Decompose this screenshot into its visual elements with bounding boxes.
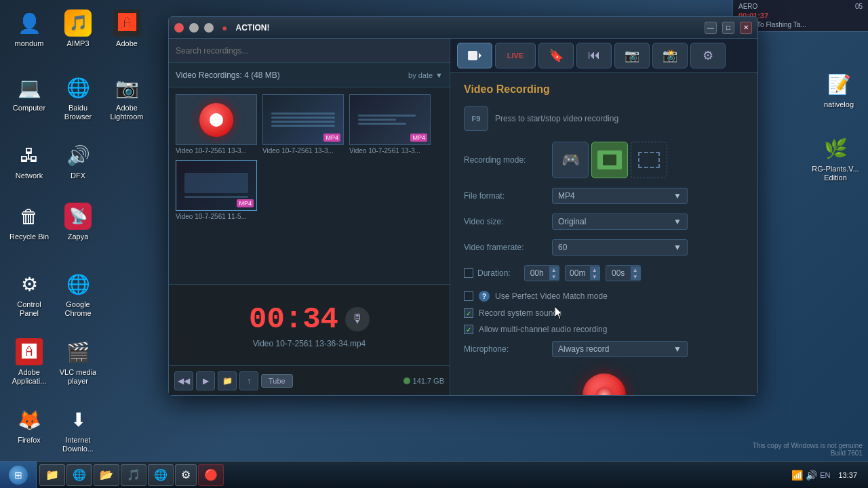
taskbar-media[interactable]: 🎵	[121, 464, 146, 486]
video-size-label: Video size:	[464, 217, 545, 226]
folder-btn[interactable]: 📁	[218, 371, 237, 390]
desktop-icon-network[interactable]: 🖧 Network	[5, 139, 53, 183]
window-max-btn[interactable]	[204, 23, 214, 33]
taskbar-settings[interactable]: ⚙	[175, 464, 197, 486]
tab-bookmark[interactable]: 🔖	[538, 43, 574, 68]
thumbnail-preview	[176, 94, 257, 145]
tab-rewind[interactable]: ⏮	[576, 43, 612, 68]
taskbar-clock[interactable]: 13:37	[833, 471, 863, 479]
start-button[interactable]: ⊞	[0, 462, 37, 489]
upload-btn[interactable]: ↑	[239, 371, 258, 390]
tab-screenshot[interactable]: 📸	[652, 43, 688, 68]
duration-hours-down[interactable]: ▼	[549, 273, 559, 280]
record-sounds-checkbox[interactable]: ✓	[464, 308, 473, 318]
desktop-icon-vlc[interactable]: 🎬 VLC media player	[54, 336, 102, 388]
thumbnail-label: Video 10-7-2561 13-3...	[349, 147, 431, 155]
desktop-icon-adobe[interactable]: 🅰 Adobe	[103, 7, 151, 51]
multichannel-checkbox[interactable]: ✓	[464, 325, 473, 334]
video-size-select[interactable]: Original ▼	[552, 214, 688, 230]
duration-fields: ▲ ▼ ▲ ▼	[524, 265, 641, 281]
taskbar-chrome[interactable]: 🌐	[148, 464, 174, 486]
duration-secs-up[interactable]: ▲	[631, 266, 640, 273]
desktop-icon-firefox[interactable]: 🦊 Firefox	[5, 403, 53, 447]
record-button[interactable]	[583, 373, 626, 395]
desktop-icon-rgplants[interactable]: 🌿 RG-Plants.V... Edition	[808, 132, 863, 185]
desktop-icon-nativelog[interactable]: 📝 nativelog	[815, 68, 863, 112]
settings-icon: ⚙	[181, 468, 191, 481]
duration-hours-field[interactable]: ▲ ▼	[524, 265, 559, 281]
window-maximize-control[interactable]: □	[722, 22, 734, 34]
mode-gamepad[interactable]: 🎮	[552, 142, 589, 178]
play-btn[interactable]: ▶	[196, 371, 215, 390]
desktop-icon-recyclebin[interactable]: 🗑 Recycle Bin	[5, 200, 53, 244]
window-min-btn[interactable]	[189, 23, 199, 33]
mode-buttons: 🎮	[552, 142, 667, 178]
recording-mode-label: Recording mode:	[464, 155, 545, 165]
tab-settings[interactable]: ⚙	[690, 43, 726, 68]
window-title: ACTION!	[235, 23, 269, 33]
sort-control[interactable]: by date ▼	[408, 71, 443, 79]
duration-mins-input[interactable]	[566, 266, 590, 281]
thumbnail-item[interactable]: MP4 Video 10-7-2561 11-5...	[176, 160, 257, 220]
ie-icon: 🌐	[73, 468, 86, 481]
perfect-video-label: Use Perfect Video Match mode	[495, 291, 608, 301]
duration-secs-down[interactable]: ▼	[631, 273, 640, 280]
microphone-select[interactable]: Always record ▼	[552, 341, 688, 357]
video-framerate-select[interactable]: 60 ▼	[552, 239, 688, 256]
file-format-row: File format: MP4 ▼	[464, 188, 744, 204]
window-close-btn[interactable]	[174, 23, 184, 33]
taskbar-action[interactable]: 🔴	[198, 464, 224, 486]
perfect-video-help[interactable]: ?	[479, 291, 490, 302]
prev-btn[interactable]: ◀◀	[174, 371, 193, 390]
duration-mins-down[interactable]: ▼	[590, 273, 599, 280]
desktop-icon-mondum[interactable]: 👤 mondum	[5, 7, 53, 51]
mode-screen[interactable]	[591, 142, 628, 178]
hotkey-row: F9 Press to start/stop video recording	[464, 106, 744, 131]
record-icon	[199, 103, 233, 137]
thumbnail-label: Video 10-7-2561 13-3...	[262, 147, 344, 155]
desktop-icon-googlechrome[interactable]: 🌐 Google Chrome	[54, 268, 102, 321]
duration-mins-field[interactable]: ▲ ▼	[565, 265, 600, 281]
taskbar-folder[interactable]: 📂	[94, 464, 119, 486]
desktop-icon-aimp3[interactable]: 🎵 AIMP3	[54, 7, 102, 51]
file-format-select[interactable]: MP4 ▼	[552, 188, 688, 204]
taskbar-explorer[interactable]: 📁	[39, 464, 65, 486]
explorer-icon: 📁	[45, 468, 59, 481]
mode-region[interactable]	[631, 142, 667, 178]
desktop-icon-controlpanel[interactable]: ⚙ Control Panel	[5, 268, 53, 321]
tube-btn[interactable]: Tube	[261, 374, 293, 388]
duration-mins-up[interactable]: ▲	[590, 266, 599, 273]
duration-label: Duration:	[477, 268, 511, 278]
taskbar-ie[interactable]: 🌐	[66, 464, 92, 486]
duration-hours-input[interactable]	[525, 266, 549, 281]
chrome-icon: 🌐	[154, 468, 167, 481]
duration-secs-input[interactable]	[606, 266, 631, 281]
duration-hours-up[interactable]: ▲	[549, 266, 559, 273]
current-filename: Video 10-7-2561 13-36-34.mp4	[253, 339, 366, 348]
recordings-header: Video Recordings: 4 (48 MB) by date ▼	[169, 63, 450, 87]
tab-live[interactable]: LIVE	[495, 43, 536, 68]
tab-video[interactable]	[457, 43, 492, 68]
window-minimize-control[interactable]: —	[705, 22, 717, 34]
action-taskbar-icon: 🔴	[204, 468, 218, 481]
mic-icon-btn[interactable]: 🎙	[345, 307, 370, 331]
duration-secs-field[interactable]: ▲ ▼	[606, 265, 641, 281]
window-x-control[interactable]: ✕	[740, 22, 752, 34]
thumbnail-item[interactable]: MP4 Video 10-7-2561 13-3...	[262, 94, 344, 155]
thumbnail-item[interactable]: MP4 Video 10-7-2561 13-3...	[349, 94, 431, 155]
desktop-icon-adobe-app[interactable]: 🅰 Adobe Applicati...	[5, 336, 53, 388]
hotkey-badge[interactable]: F9	[464, 106, 488, 131]
thumbnail-item[interactable]: Video 10-7-2561 13-3...	[176, 94, 257, 155]
desktop-icon-lightroom[interactable]: 📷 Adobe Lightroom	[103, 71, 151, 124]
tab-webcam[interactable]: 📷	[614, 43, 650, 68]
desktop-icon-internet-dl[interactable]: ⬇ Internet Downlo...	[54, 403, 102, 456]
duration-checkbox[interactable]	[464, 268, 473, 278]
perfect-video-checkbox[interactable]	[464, 291, 473, 301]
desktop-icon-baidu[interactable]: 🌐 Baidu Browser	[54, 71, 102, 124]
thumb-badge: MP4	[323, 134, 340, 142]
search-input[interactable]	[176, 46, 443, 56]
thumbnail-label: Video 10-7-2561 13-3...	[176, 147, 257, 155]
desktop-icon-computer[interactable]: 💻 Computer	[5, 71, 53, 115]
desktop-icon-dfx[interactable]: 🔊 DFX	[54, 139, 102, 183]
desktop-icon-zapya[interactable]: 📡 Zapya	[54, 200, 102, 244]
